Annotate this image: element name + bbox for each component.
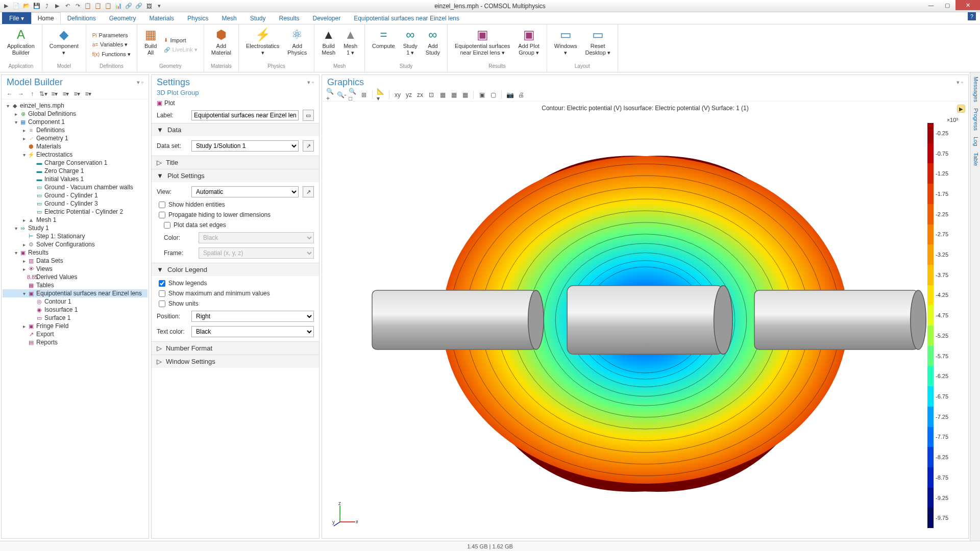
- graphics-toolbar-3[interactable]: ⊞: [360, 91, 368, 99]
- tree-node-initial-values-1[interactable]: ▬Initial Values 1: [3, 175, 148, 183]
- graphics-toolbar-13[interactable]: ▦: [461, 91, 469, 99]
- graphics-canvas[interactable]: Contour: Electric potential (V) Isosurfa…: [322, 102, 968, 538]
- tab-study[interactable]: Study: [243, 12, 273, 24]
- legend-pos-select[interactable]: Right: [191, 311, 314, 322]
- tree-node-step-1-stationary[interactable]: ⊢Step 1: Stationary: [3, 232, 148, 240]
- qat-icon-10[interactable]: 📋: [104, 2, 112, 10]
- view-select[interactable]: Automatic: [191, 186, 299, 197]
- tree-node-mesh-1[interactable]: ▸▲Mesh 1: [3, 216, 148, 224]
- ribbon-build-button[interactable]: ▦BuildAll: [141, 27, 160, 63]
- qat-icon-1[interactable]: 📄: [12, 2, 20, 10]
- section-windowsettings-header[interactable]: ▷Window Settings: [152, 355, 319, 368]
- graphics-toolbar-9[interactable]: zx: [416, 91, 424, 99]
- tree-node-surface-1[interactable]: ▭Surface 1: [3, 314, 148, 322]
- qat-icon-5[interactable]: ▶: [53, 2, 61, 10]
- mb-toolbar-7[interactable]: ≡▾: [84, 90, 92, 98]
- tree-node-contour-1[interactable]: ◎Contour 1: [3, 297, 148, 306]
- mb-toolbar-4[interactable]: ≡▾: [51, 90, 59, 98]
- file-menu-button[interactable]: File ▾: [2, 12, 31, 24]
- ribbon-windows-button[interactable]: ▭Windows▾: [551, 27, 580, 63]
- ribbon-equipotential-surfaces-button[interactable]: ▣Equipotential surfacesnear Einzel lens …: [452, 27, 513, 63]
- tree-node-fringe-field[interactable]: ▸▣Fringe Field: [3, 322, 148, 330]
- ribbon-build-button[interactable]: ▲BuildMesh: [318, 27, 338, 63]
- mb-toolbar-3[interactable]: ⇅▾: [39, 90, 47, 98]
- ribbon-mesh-button[interactable]: ▲Mesh1 ▾: [340, 27, 360, 63]
- graphics-toolbar-12[interactable]: ▦: [450, 91, 458, 99]
- graphics-toolbar-15[interactable]: ▣: [478, 91, 486, 99]
- tree-node-study-1[interactable]: ▾∞Study 1: [3, 224, 148, 232]
- label-goto-button[interactable]: ▭: [303, 110, 314, 121]
- section-title-header[interactable]: ▷Title: [152, 156, 319, 169]
- tree-node-materials[interactable]: ⬢Materials: [3, 142, 148, 151]
- ribbon-add-plot-button[interactable]: ▣Add PlotGroup ▾: [515, 27, 543, 63]
- tree-node-ground-cylinder-1[interactable]: ▭Ground - Cylinder 1: [3, 191, 148, 199]
- qat-icon-8[interactable]: 📋: [84, 2, 92, 10]
- ribbon-livelink--button[interactable]: 🔗 LiveLink ▾: [162, 45, 199, 54]
- tab-mesh[interactable]: Mesh: [215, 12, 243, 24]
- dataset-goto-button[interactable]: ↗: [303, 140, 314, 152]
- show-maxmin-checkbox[interactable]: [159, 290, 165, 297]
- tree-node-views[interactable]: ▸👁Views: [3, 265, 148, 273]
- tab-home[interactable]: Home: [31, 12, 61, 24]
- tab-physics[interactable]: Physics: [181, 12, 215, 24]
- mb-toolbar-6[interactable]: ≡▾: [73, 90, 81, 98]
- qat-icon-7[interactable]: ↷: [74, 2, 82, 10]
- maximize-button[interactable]: ▢: [939, 0, 955, 10]
- graphics-toolbar-19[interactable]: 🖨: [517, 91, 525, 99]
- ribbon-study-button[interactable]: ∞Study1 ▾: [400, 27, 421, 63]
- tree-node-electric-potential-cylinder-2[interactable]: ▭Electric Potential - Cylinder 2: [3, 208, 148, 216]
- tree-node-geometry-1[interactable]: ▸⟋Geometry 1: [3, 134, 148, 142]
- qat-icon-12[interactable]: 🔗: [125, 2, 133, 10]
- tree-node-global-definitions[interactable]: ▸⊕Global Definitions: [3, 110, 148, 118]
- tab-developer[interactable]: Developer: [306, 12, 347, 24]
- section-colorlegend-header[interactable]: ▼Color Legend: [152, 263, 319, 276]
- ribbon-reset-button[interactable]: ▭ResetDesktop ▾: [582, 27, 613, 63]
- qat-icon-14[interactable]: 🖼: [145, 2, 153, 10]
- model-tree[interactable]: ▾◆einzel_lens.mph▸⊕Global Definitions▾▦C…: [2, 99, 149, 538]
- tree-node-export[interactable]: ↗Export: [3, 330, 148, 338]
- show-legends-checkbox[interactable]: [159, 280, 165, 287]
- tree-node-results[interactable]: ▾▣Results: [3, 248, 148, 257]
- tree-node-ground-cylinder-3[interactable]: ▭Ground - Cylinder 3: [3, 199, 148, 208]
- ribbon-add-button[interactable]: ∞AddStudy: [423, 27, 443, 63]
- qat-icon-3[interactable]: 💾: [33, 2, 41, 10]
- qat-icon-2[interactable]: 📂: [22, 2, 31, 10]
- qat-icon-13[interactable]: 🔗: [135, 2, 143, 10]
- dock-tab-table[interactable]: Table: [973, 153, 979, 166]
- dock-tab-messages[interactable]: Messages: [973, 77, 979, 102]
- ribbon-add-button[interactable]: ⬢AddMaterial: [208, 27, 234, 63]
- show-hidden-checkbox[interactable]: [159, 202, 165, 208]
- tree-node-definitions[interactable]: ▸≡Definitions: [3, 126, 148, 134]
- ribbon-functions--button[interactable]: f(x) Functions ▾: [90, 50, 133, 59]
- qat-icon-11[interactable]: 📊: [114, 2, 122, 10]
- tree-node-reports[interactable]: ▤Reports: [3, 338, 148, 346]
- dock-tab-log[interactable]: Log: [973, 137, 979, 146]
- view-goto-button[interactable]: ↗: [303, 186, 314, 197]
- plot-button[interactable]: Plot: [164, 99, 175, 107]
- graphics-toolbar-11[interactable]: ▦: [438, 91, 447, 99]
- mb-toolbar-5[interactable]: ≡▾: [62, 90, 70, 98]
- tree-node-component-1[interactable]: ▾▦Component 1: [3, 118, 148, 126]
- show-units-checkbox[interactable]: [159, 300, 165, 307]
- graphics-toolbar-7[interactable]: xy: [394, 91, 402, 99]
- tab-materials[interactable]: Materials: [142, 12, 181, 24]
- tree-node-electrostatics[interactable]: ▾⚡Electrostatics: [3, 151, 148, 159]
- ribbon-add-button[interactable]: ⚛AddPhysics: [284, 27, 310, 63]
- tree-node-data-sets[interactable]: ▸▥Data Sets: [3, 257, 148, 265]
- graphics-toolbar-10[interactable]: ⊡: [427, 91, 435, 99]
- tree-node-ground-vacuum-chamber-walls[interactable]: ▭Ground - Vacuum chamber walls: [3, 183, 148, 191]
- graphics-toolbar-0[interactable]: 🔍+: [326, 91, 334, 99]
- qat-icon-4[interactable]: ⤴: [43, 2, 51, 10]
- tree-node-isosurface-1[interactable]: ◉Isosurface 1: [3, 306, 148, 314]
- ribbon-application-button[interactable]: AApplicationBuilder: [4, 27, 38, 63]
- help-icon[interactable]: ?: [968, 12, 976, 20]
- graphics-toolbar-1[interactable]: 🔍-: [337, 91, 346, 99]
- close-button[interactable]: ✕: [955, 0, 980, 10]
- ribbon-parameters-button[interactable]: Pi Parameters: [90, 31, 133, 39]
- tab-results[interactable]: Results: [272, 12, 306, 24]
- graphics-toolbar-16[interactable]: ▢: [489, 91, 497, 99]
- tree-node-tables[interactable]: ▦Tables: [3, 281, 148, 289]
- ribbon-import-button[interactable]: ⬇ Import: [162, 36, 199, 44]
- graphics-toolbar-2[interactable]: 🔍□: [349, 91, 357, 99]
- plot-dataset-edges-checkbox[interactable]: [164, 222, 170, 229]
